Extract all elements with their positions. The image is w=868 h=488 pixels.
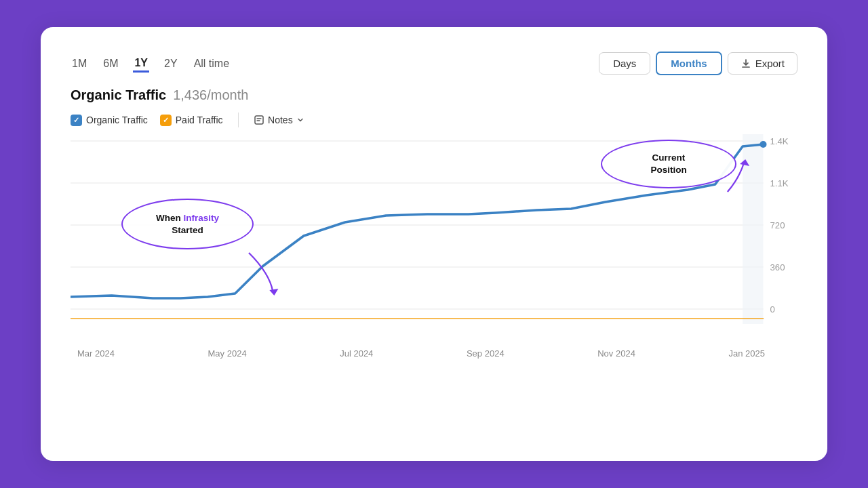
svg-rect-0 [255, 116, 263, 124]
filter-1m[interactable]: 1M [71, 55, 88, 73]
x-labels: Mar 2024 May 2024 Jul 2024 Sep 2024 Nov … [71, 344, 797, 359]
chart-area: 1.4K 1.1K 720 360 0 When InfrasityStarte… [71, 134, 797, 344]
svg-text:1.1K: 1.1K [770, 178, 789, 188]
paid-checkbox[interactable]: ✓ [160, 115, 172, 126]
filter-6m[interactable]: 6M [102, 55, 119, 73]
svg-text:0: 0 [770, 304, 775, 314]
legend-divider [238, 113, 239, 127]
export-icon [741, 58, 751, 69]
svg-text:1.4K: 1.4K [770, 136, 789, 146]
filter-2y[interactable]: 2Y [163, 55, 179, 73]
legend-organic: ✓ Organic Traffic [71, 115, 148, 126]
export-button[interactable]: Export [728, 52, 797, 75]
right-controls: Days Months Export [599, 52, 797, 75]
current-position-annotation: Current Position [601, 140, 736, 188]
notes-icon [254, 115, 264, 125]
svg-text:720: 720 [770, 220, 785, 230]
days-button[interactable]: Days [599, 52, 650, 75]
top-bar: 1M 6M 1Y 2Y All time Days Months Export [71, 52, 797, 75]
svg-text:360: 360 [770, 262, 785, 272]
filter-alltime[interactable]: All time [193, 55, 231, 73]
svg-point-12 [760, 141, 766, 148]
organic-checkbox[interactable]: ✓ [71, 115, 82, 126]
metric-value: 1,436/month [173, 87, 248, 103]
main-card: 1M 6M 1Y 2Y All time Days Months Export … [41, 27, 827, 461]
time-filters: 1M 6M 1Y 2Y All time [71, 54, 231, 73]
metric-title: Organic Traffic 1,436/month [71, 87, 797, 103]
months-button[interactable]: Months [656, 52, 722, 75]
chevron-down-icon [296, 116, 304, 124]
filter-1y[interactable]: 1Y [133, 54, 149, 73]
infrasity-annotation: When InfrasityStarted [121, 199, 254, 249]
legend-paid: ✓ Paid Traffic [160, 115, 223, 126]
notes-button[interactable]: Notes [254, 115, 304, 125]
legend-bar: ✓ Organic Traffic ✓ Paid Traffic Notes [71, 113, 797, 127]
svg-rect-6 [743, 134, 763, 324]
